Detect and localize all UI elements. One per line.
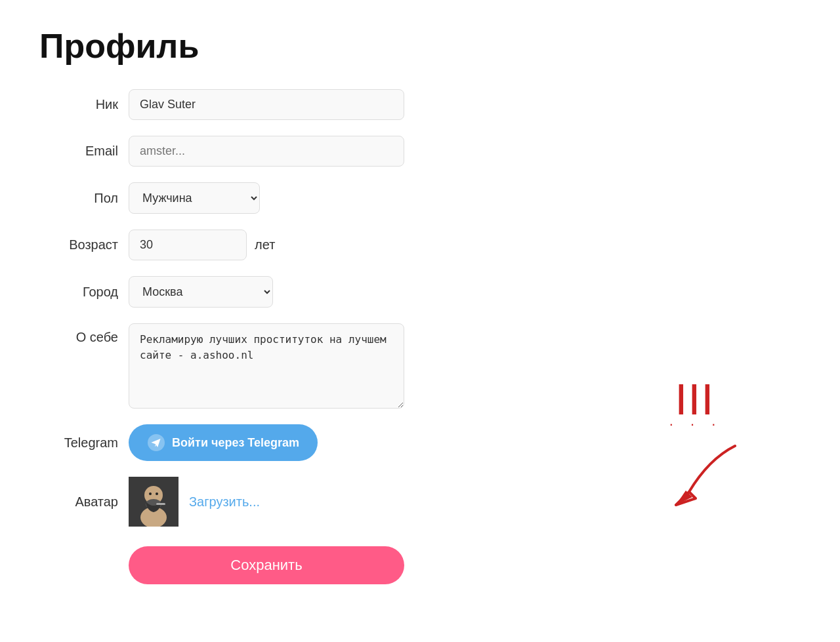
page-title: Профиль [39, 26, 801, 66]
gender-select[interactable]: Мужчина Женщина [129, 182, 260, 214]
age-row: Возраст лет [39, 230, 499, 260]
email-input[interactable] [129, 136, 404, 167]
svg-rect-7 [156, 503, 165, 505]
annotation: ||| · · · [643, 380, 748, 518]
gender-label: Пол [39, 191, 118, 206]
arrow-annotation [643, 439, 748, 518]
city-label: Город [39, 285, 118, 300]
telegram-icon [147, 433, 165, 452]
svg-point-6 [156, 492, 158, 495]
age-label: Возраст [39, 237, 118, 252]
city-row: Город Москва Санкт-Петербург Другой [39, 276, 499, 308]
avatar-section: Загрузить... [129, 477, 260, 527]
email-label: Email [39, 144, 118, 159]
nick-input[interactable] [129, 89, 404, 120]
avatar-label: Аватар [39, 494, 118, 510]
telegram-label: Telegram [39, 435, 118, 451]
email-row: Email [39, 136, 499, 167]
age-input[interactable] [129, 230, 247, 260]
avatar-image [129, 477, 178, 527]
about-label: О себе [39, 323, 118, 345]
gender-row: Пол Мужчина Женщина [39, 182, 499, 214]
svg-point-5 [149, 492, 152, 495]
age-suffix: лет [255, 237, 275, 252]
city-select[interactable]: Москва Санкт-Петербург Другой [129, 276, 273, 308]
nick-label: Ник [39, 97, 118, 112]
telegram-button-label: Войти через Telegram [172, 436, 299, 450]
nick-row: Ник [39, 89, 499, 120]
profile-form: Ник Email Пол Мужчина Женщина Возраст ле… [39, 89, 499, 527]
about-row: О себе Рекламирую лучших проституток на … [39, 323, 499, 409]
telegram-login-button[interactable]: Войти через Telegram [129, 424, 318, 461]
age-controls: лет [129, 230, 275, 260]
save-button[interactable]: Сохранить [129, 546, 404, 584]
about-textarea[interactable]: Рекламирую лучших проституток на лучшем … [129, 323, 404, 409]
upload-avatar-link[interactable]: Загрузить... [189, 494, 260, 510]
svg-marker-8 [676, 491, 692, 505]
telegram-row: Telegram Войти через Telegram [39, 424, 499, 461]
avatar-row: Аватар [39, 477, 499, 527]
